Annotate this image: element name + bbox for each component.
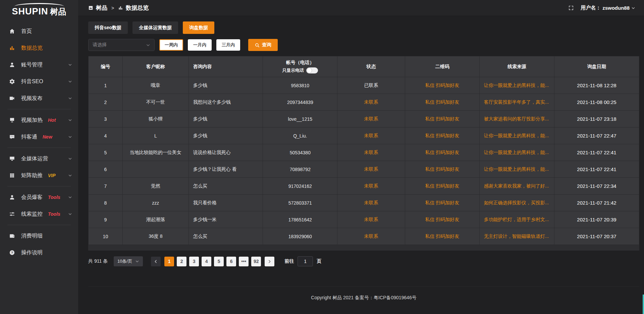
sidebar-item-account-manage[interactable]: 账号管理	[0, 56, 78, 73]
page-button-1[interactable]: 1	[164, 257, 174, 266]
clue-source-link[interactable]: 让你一眼就爱上的黑科技，能...	[484, 150, 549, 155]
sidebar-item-member-baoke[interactable]: 会员爆客Tools	[0, 189, 78, 206]
sidebar-item-video-heat[interactable]: 视频加热Hot	[0, 112, 78, 128]
chevron-down-icon	[68, 80, 72, 84]
tab-inquiry-data[interactable]: 询盘数据	[183, 21, 214, 34]
page-button-3[interactable]: 3	[189, 257, 199, 266]
cell-qrcode: 私信 扫码加好友	[405, 195, 480, 211]
username-value: zswodun88	[602, 5, 630, 11]
cell-status: 已联系	[337, 77, 405, 94]
cell-no: 4	[89, 127, 123, 144]
phone-only-toggle[interactable]	[306, 67, 318, 73]
user-menu[interactable]: 用户名：zswodun88	[581, 5, 635, 11]
sidebar-item-badge: Hot	[48, 117, 56, 123]
cell-nickname: L	[122, 127, 189, 144]
clue-source-link[interactable]: 如何正确选择投影仪，买投影...	[484, 200, 549, 205]
chevron-down-icon	[68, 96, 72, 100]
page-button-4[interactable]: 4	[202, 257, 211, 266]
range-button-three-month[interactable]: 三月内	[216, 39, 240, 51]
page-button-6[interactable]: 6	[226, 257, 236, 266]
qr-action-link[interactable]: 私信 扫码加好友	[425, 99, 459, 105]
sidebar-item-data-overview[interactable]: 数据总览	[0, 40, 78, 56]
qr-action-link[interactable]: 私信 扫码加好友	[425, 183, 459, 189]
clue-source-link[interactable]: 让你一眼就爱上的黑科技，能...	[484, 83, 549, 88]
sidebar-item-douyin-seo[interactable]: 抖音SEO	[0, 73, 78, 90]
page-button-5[interactable]: 5	[214, 257, 224, 266]
cell-content: 怎么买	[189, 178, 263, 195]
fullscreen-icon[interactable]	[568, 5, 574, 11]
page-button-2[interactable]: 2	[177, 257, 186, 266]
cell-qrcode: 私信 扫码加好友	[405, 228, 480, 245]
sidebar-item-video-publish[interactable]: 视频发布	[0, 90, 78, 107]
logo-arc-decoration	[14, 3, 64, 6]
qr-action-link[interactable]: 私信 扫码加好友	[425, 133, 459, 138]
clue-source-link[interactable]: 多功能护栏灯，适用于乡村文...	[484, 217, 549, 222]
sidebar-item-matrix-boost[interactable]: 矩阵助推VIP	[0, 167, 78, 184]
sidebar-item-home[interactable]: 首页	[0, 23, 78, 40]
clue-source-link[interactable]: 被大家追着问的客厅投影分享...	[484, 116, 549, 121]
prev-page-button[interactable]	[151, 257, 161, 266]
clue-source-link[interactable]: 客厅安装投影半年多了，真实...	[484, 99, 549, 105]
sidebar-item-badge: VIP	[48, 173, 56, 178]
cell-date: 2021-11-07 22:41	[554, 144, 639, 161]
filter-row: 请选择 一周内一月内三月内 查询	[88, 39, 639, 51]
sidebar-divider	[7, 225, 71, 225]
range-button-one-month[interactable]: 一月内	[188, 39, 212, 51]
cell-qrcode: 私信 扫码加好友	[405, 77, 480, 94]
tab-douyin-seo-data[interactable]: 抖音seo数据	[88, 21, 128, 34]
account-select[interactable]: 请选择	[88, 39, 155, 51]
cell-account: 572803371	[263, 195, 337, 211]
cell-status: 未联系	[337, 111, 405, 127]
clue-source-link[interactable]: 让你一眼就爱上的黑科技，能...	[484, 133, 549, 138]
qr-action-link[interactable]: 私信 扫码加好友	[425, 83, 459, 88]
cell-content: 多少钱？让我死心 看	[189, 161, 263, 178]
sidebar-item-doukertong[interactable]: 抖客通New	[0, 128, 78, 145]
sidebar-item-clue-monitor[interactable]: 线索监控Tools	[0, 206, 78, 222]
range-button-one-week[interactable]: 一周内	[159, 39, 183, 51]
cell-source: 客厅安装投影半年多了，真实...	[479, 94, 554, 111]
qr-action-link[interactable]: 私信 扫码加好友	[425, 166, 459, 172]
cell-nickname: 不可一世	[122, 94, 189, 111]
table-row: 6多少钱？让我死心 看70898792未联系私信 扫码加好友让你一眼就爱上的黑科…	[89, 161, 639, 178]
cell-date: 2021-11-08 00:25	[554, 94, 639, 111]
scrollbar-thumb[interactable]	[643, 295, 644, 314]
goto-label: 前往	[284, 258, 294, 264]
clue-source-link[interactable]: 让你一眼就爱上的黑科技，能...	[484, 166, 549, 172]
qr-action-link[interactable]: 私信 扫码加好友	[425, 200, 459, 205]
member-icon	[9, 194, 16, 200]
next-page-button[interactable]	[265, 257, 274, 266]
clue-source-link[interactable]: 无主灯设计，智能磁吸轨道灯...	[484, 233, 549, 239]
column-header: 线索来源	[479, 56, 554, 77]
sidebar-item-label: 数据总览	[21, 45, 43, 52]
sidebar-item-consume-detail[interactable]: 消费明细	[0, 227, 78, 244]
sidebar-item-operation-guide[interactable]: ?操作说明	[0, 244, 78, 261]
clue-source-link[interactable]: 感谢大家喜欢我家，被问了好...	[484, 183, 549, 189]
page-button-92[interactable]: 92	[251, 257, 261, 266]
video-icon	[9, 95, 16, 101]
page-size-select[interactable]: 10条/页	[114, 256, 143, 266]
qr-action-link[interactable]: 私信 扫码加好友	[425, 217, 459, 222]
cell-date: 2021-11-07 20:39	[554, 211, 639, 228]
sidebar-item-media-operation[interactable]: 全媒体运营	[0, 150, 78, 167]
qr-action-link[interactable]: 私信 扫码加好友	[425, 150, 459, 155]
cell-status: 未联系	[337, 228, 405, 245]
chat-icon	[9, 134, 16, 140]
breadcrumb-current: 数据总览	[126, 4, 149, 12]
help-icon: ?	[9, 250, 16, 256]
more-pages-button[interactable]: •••	[239, 257, 249, 266]
cell-account: 50534380	[263, 144, 337, 161]
tab-media-operation-data[interactable]: 全媒体运营数据	[132, 21, 178, 34]
chevron-down-icon	[68, 135, 72, 139]
cell-nickname	[122, 161, 189, 178]
goto-page-input[interactable]	[298, 256, 313, 266]
search-icon	[255, 43, 260, 48]
table-row: 1哦章多少钱9583810已联系私信 扫码加好友让你一眼就爱上的黑科技，能...…	[89, 77, 639, 94]
qr-action-link[interactable]: 私信 扫码加好友	[425, 116, 459, 121]
page-buttons: 123456•••92	[151, 257, 274, 266]
search-button[interactable]: 查询	[248, 39, 278, 51]
footer: Copyright 树品 2021 备案号：粤ICP备09019646号	[88, 286, 639, 314]
column-header-account: 帐号（电话）只显示电话	[263, 56, 337, 77]
logo: SHUPIN 树品	[0, 0, 78, 19]
qr-action-link[interactable]: 私信 扫码加好友	[425, 233, 459, 239]
breadcrumb-root[interactable]: 树品	[96, 4, 107, 12]
